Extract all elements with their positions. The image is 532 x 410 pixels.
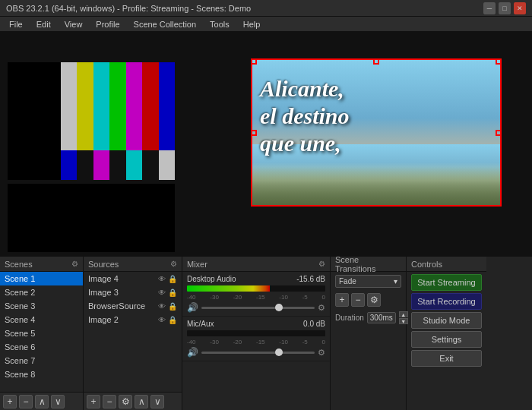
transitions-toolbar: + − ⚙ (331, 291, 406, 309)
add-source-button[interactable]: + (87, 395, 100, 408)
level-label: 0 (322, 294, 325, 301)
resize-handle-tm[interactable] (373, 58, 379, 65)
menu-item-profile[interactable]: Profile (90, 18, 125, 30)
preview-area: Alicante,el destinoque une, (0, 32, 532, 256)
source-visibility-icon[interactable]: 👁 (158, 302, 166, 311)
mixer-mute-icon[interactable]: 🔊 (187, 302, 198, 313)
scene-item[interactable]: Scene 1 (0, 272, 83, 285)
source-up-button[interactable]: ∧ (135, 395, 148, 408)
scene-item[interactable]: Scene 4 (0, 313, 83, 326)
scenes-panel-icons: ⚙ (71, 260, 78, 268)
source-item-label: BrowserSource (88, 301, 145, 311)
resize-handle-lm[interactable] (251, 130, 257, 136)
level-label: -30 (210, 294, 219, 301)
minimize-button[interactable]: ─ (483, 2, 496, 14)
settings-button[interactable]: Settings (411, 331, 482, 348)
alicante-preview[interactable]: Alicante,el destinoque une, (251, 58, 502, 207)
transition-select[interactable]: Fade ▾ (335, 275, 401, 288)
mixer-controls: 🔊 ⚙ (187, 302, 325, 313)
volume-thumb[interactable] (275, 304, 283, 311)
source-visibility-icon[interactable]: 👁 (158, 275, 166, 283)
mixer-mute-icon[interactable]: 🔊 (187, 347, 198, 358)
source-settings-button[interactable]: ⚙ (119, 395, 132, 408)
scene-item[interactable]: Scene 3 (0, 299, 83, 313)
resize-handle-tr[interactable] (496, 58, 502, 65)
sources-config-icon[interactable]: ⚙ (170, 260, 177, 268)
source-down-button[interactable]: ∨ (150, 395, 164, 408)
scenes-panel-header: Scenes ⚙ (0, 257, 83, 272)
menu-item-view[interactable]: View (59, 18, 89, 30)
volume-slider[interactable] (201, 352, 315, 354)
close-button[interactable]: ✕ (514, 2, 526, 14)
remove-source-button[interactable]: − (103, 395, 116, 408)
menu-item-file[interactable]: File (3, 18, 29, 30)
menu-item-edit[interactable]: Edit (30, 18, 57, 30)
source-visibility-icon[interactable]: 👁 (158, 316, 166, 324)
scene-item[interactable]: Scene 5 (0, 326, 83, 340)
mixer-panel-icons: ⚙ (318, 260, 325, 268)
colorbar-bottom-swatch (109, 150, 125, 180)
colorbar-top-swatch (61, 62, 77, 150)
scene-item[interactable]: Scene 8 (0, 367, 83, 381)
scenes-config-icon[interactable]: ⚙ (71, 260, 78, 268)
transition-settings-button[interactable]: ⚙ (367, 293, 381, 307)
source-item[interactable]: BrowserSource 👁 🔒 (84, 299, 182, 313)
maximize-button[interactable]: □ (499, 2, 511, 14)
source-lock-icon[interactable]: 🔒 (168, 289, 177, 297)
menu-item-scene-collection[interactable]: Scene Collection (128, 18, 203, 30)
source-item-label: Image 2 (88, 315, 119, 324)
colorbar-bottom-swatch (126, 150, 142, 180)
source-item[interactable]: Image 3 👁 🔒 (84, 285, 182, 299)
source-lock-icon[interactable]: 🔒 (168, 275, 177, 283)
level-labels: -40-30-20-15-10-50 (187, 339, 325, 345)
source-lock-icon[interactable]: 🔒 (168, 316, 177, 324)
sources-panel: Sources ⚙ Image 4 👁 🔒 Image 3 👁 🔒 Browse… (84, 257, 182, 410)
menu-item-tools[interactable]: Tools (204, 18, 236, 30)
add-transition-button[interactable]: + (335, 293, 349, 307)
scene-down-button[interactable]: ∨ (51, 395, 65, 408)
source-item[interactable]: Image 4 👁 🔒 (84, 272, 182, 285)
start-recording-button[interactable]: Start Recording (411, 293, 482, 310)
duration-input[interactable]: 300ms (367, 312, 396, 323)
source-lock-icon[interactable]: 🔒 (168, 302, 177, 311)
scene-item[interactable]: Scene 7 (0, 354, 83, 367)
level-label: -10 (279, 294, 288, 301)
scene-item[interactable]: Scene 2 (0, 285, 83, 299)
level-label: -15 (256, 294, 265, 301)
source-item-icons: 👁 🔒 (158, 289, 177, 297)
sources-toolbar: + − ⚙ ∧ ∨ (84, 392, 182, 410)
volume-thumb[interactable] (275, 348, 283, 356)
add-scene-button[interactable]: + (3, 395, 17, 408)
studio-mode-button[interactable]: Studio Mode (411, 312, 482, 329)
remove-transition-button[interactable]: − (351, 293, 365, 307)
scene-up-button[interactable]: ∧ (35, 395, 49, 408)
source-item-icons: 👁 🔒 (158, 302, 177, 311)
mixer-panel: Mixer ⚙ Desktop Audio -15.6 dB -40-30-20… (182, 257, 331, 410)
transition-dropdown-icon: ▾ (394, 277, 397, 285)
mixer-settings-icon[interactable]: ⚙ (318, 303, 325, 313)
controls-panel-title: Controls (411, 260, 442, 269)
menu-item-help[interactable]: Help (237, 18, 267, 30)
controls-buttons: Start StreamingStart RecordingStudio Mod… (407, 272, 486, 369)
resize-handle-tl[interactable] (251, 58, 257, 65)
volume-slider[interactable] (201, 307, 315, 309)
alicante-buildings (252, 167, 500, 205)
scenes-toolbar: + − ∧ ∨ (0, 392, 83, 410)
colorbar-top-swatch (159, 62, 175, 150)
exit-button[interactable]: Exit (411, 350, 482, 367)
source-item[interactable]: Image 2 👁 🔒 (84, 313, 182, 326)
mixer-settings-icon[interactable]: ⚙ (318, 348, 325, 358)
mixer-track-header: Desktop Audio -15.6 dB (187, 275, 325, 283)
mixer-track-name: Mic/Aux (187, 320, 214, 328)
mixer-controls: 🔊 ⚙ (187, 347, 325, 358)
bottom-panels: Scenes ⚙ Scene 1Scene 2Scene 3Scene 4Sce… (0, 256, 532, 410)
duration-label: Duration (335, 314, 364, 322)
mixer-config-icon[interactable]: ⚙ (318, 260, 325, 268)
start-streaming-button[interactable]: Start Streaming (411, 274, 482, 291)
resize-handle-rm[interactable] (496, 130, 502, 136)
scene-item[interactable]: Scene 6 (0, 340, 83, 354)
level-labels: -40-30-20-15-10-50 (187, 294, 325, 301)
source-visibility-icon[interactable]: 👁 (158, 289, 166, 297)
colorbar-bottom-swatch (93, 150, 109, 180)
remove-scene-button[interactable]: − (19, 395, 33, 408)
